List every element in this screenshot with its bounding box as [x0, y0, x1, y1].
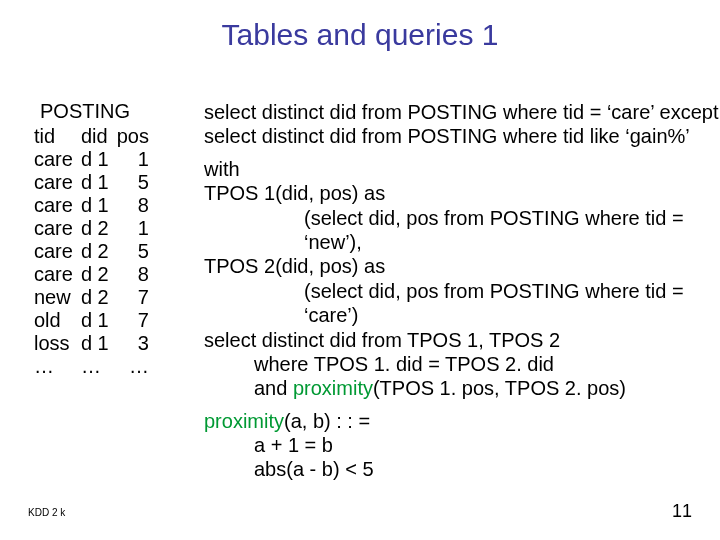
th-pos: pos — [117, 125, 157, 148]
cell: d 2 — [81, 217, 117, 240]
cell: loss — [34, 332, 81, 355]
table-row: cared 21 — [34, 217, 157, 240]
queries-block: select distinct did from POSTING where t… — [204, 100, 720, 482]
cell: care — [34, 263, 81, 286]
cell: d 1 — [81, 309, 117, 332]
cell: … — [117, 355, 157, 378]
cell: … — [81, 355, 117, 378]
txt: (a, b) : : = — [284, 410, 370, 432]
slide-title: Tables and queries 1 — [0, 18, 720, 52]
table-header-row: tid did pos — [34, 125, 157, 148]
query2-tpos2-body: (select did, pos from POSTING where tid … — [204, 279, 720, 328]
table-row: cared 11 — [34, 148, 157, 171]
cell: care — [34, 240, 81, 263]
query1-line1: select distinct did from POSTING where t… — [204, 101, 718, 123]
cell: 7 — [117, 286, 157, 309]
cell: d 2 — [81, 286, 117, 309]
posting-table-block: POSTING tid did pos cared 11 cared 15 ca… — [34, 100, 204, 482]
txt: (TPOS 1. pos, TPOS 2. pos) — [373, 377, 626, 399]
prox-def-line1: proximity(a, b) : : = — [204, 410, 370, 432]
prox-def-line3: abs(a - b) < 5 — [204, 457, 720, 481]
cell: 1 — [117, 217, 157, 240]
table-row: cared 15 — [34, 171, 157, 194]
content-area: POSTING tid did pos cared 11 cared 15 ca… — [34, 100, 720, 482]
prox-def-line2: a + 1 = b — [204, 433, 720, 457]
cell: care — [34, 194, 81, 217]
cell: 8 — [117, 194, 157, 217]
query2-where: where TPOS 1. did = TPOS 2. did — [204, 352, 720, 376]
query1-line2: select distinct did from POSTING where t… — [204, 125, 690, 147]
cell: d 2 — [81, 263, 117, 286]
txt: and — [254, 377, 293, 399]
table-row: newd 27 — [34, 286, 157, 309]
cell: 5 — [117, 240, 157, 263]
query2-and-proximity: and proximity(TPOS 1. pos, TPOS 2. pos) — [204, 376, 720, 400]
cell: care — [34, 217, 81, 240]
cell: d 1 — [81, 332, 117, 355]
cell: new — [34, 286, 81, 309]
cell: 5 — [117, 171, 157, 194]
query2-tpos1: TPOS 1(did, pos) as — [204, 182, 385, 204]
posting-table-caption: POSTING — [34, 100, 204, 123]
table-row: cared 18 — [34, 194, 157, 217]
footer-left: KDD 2 k — [28, 507, 65, 518]
proximity-keyword: proximity — [293, 377, 373, 399]
cell: old — [34, 309, 81, 332]
th-did: did — [81, 125, 117, 148]
cell: d 1 — [81, 148, 117, 171]
cell: 3 — [117, 332, 157, 355]
table-row: lossd 13 — [34, 332, 157, 355]
cell: 1 — [117, 148, 157, 171]
posting-table: tid did pos cared 11 cared 15 cared 18 c… — [34, 125, 157, 378]
query2-with: with — [204, 158, 240, 180]
cell: d 2 — [81, 240, 117, 263]
query2-tpos2: TPOS 2(did, pos) as — [204, 255, 385, 277]
cell: 7 — [117, 309, 157, 332]
table-row-ellipsis: ……… — [34, 355, 157, 378]
cell: d 1 — [81, 194, 117, 217]
table-row: cared 25 — [34, 240, 157, 263]
proximity-keyword: proximity — [204, 410, 284, 432]
table-row: oldd 17 — [34, 309, 157, 332]
table-row: cared 28 — [34, 263, 157, 286]
cell: care — [34, 148, 81, 171]
query2-select: select distinct did from TPOS 1, TPOS 2 — [204, 329, 560, 351]
footer-page-number: 11 — [672, 501, 692, 522]
th-tid: tid — [34, 125, 81, 148]
query2-tpos1-body: (select did, pos from POSTING where tid … — [204, 206, 720, 255]
cell: d 1 — [81, 171, 117, 194]
cell: care — [34, 171, 81, 194]
cell: … — [34, 355, 81, 378]
cell: 8 — [117, 263, 157, 286]
